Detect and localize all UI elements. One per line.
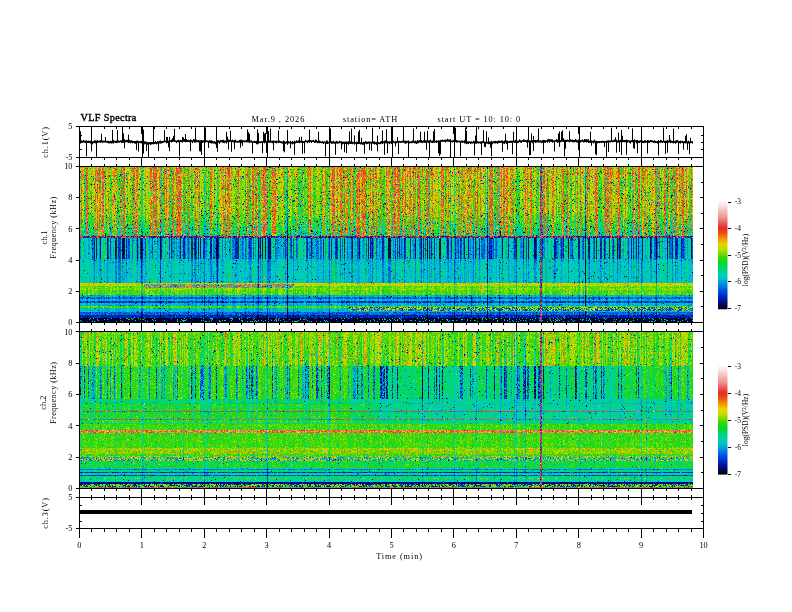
svg-text:4: 4	[68, 256, 73, 265]
svg-text:5: 5	[68, 493, 72, 502]
svg-text:5: 5	[68, 122, 72, 131]
svg-text:start UT = 10: 10: 0: start UT = 10: 10: 0	[438, 115, 522, 124]
svg-text:10: 10	[699, 541, 707, 550]
svg-text:2: 2	[68, 287, 72, 296]
svg-text:-5: -5	[66, 524, 73, 533]
svg-text:ch.1: ch.1	[40, 230, 49, 244]
svg-text:8: 8	[68, 359, 72, 368]
svg-text:9: 9	[639, 541, 643, 550]
svg-text:2: 2	[68, 453, 72, 462]
svg-text:0: 0	[77, 541, 81, 550]
svg-text:10: 10	[64, 328, 72, 337]
svg-text:-7: -7	[735, 304, 741, 313]
svg-text:Time (min): Time (min)	[376, 552, 423, 561]
svg-text:4: 4	[68, 422, 73, 431]
svg-text:-3: -3	[735, 362, 741, 371]
svg-text:log(PSD)(V2/Hz): log(PSD)(V2/Hz)	[741, 393, 750, 446]
svg-text:ch.3(V): ch.3(V)	[41, 497, 50, 529]
svg-text:Frequency (kHz): Frequency (kHz)	[49, 196, 58, 258]
svg-text:6: 6	[68, 225, 72, 234]
svg-text:Mar.9 , 2026: Mar.9 , 2026	[252, 115, 306, 124]
svg-text:VLF Spectra: VLF Spectra	[81, 112, 137, 123]
svg-text:ch.1(V): ch.1(V)	[41, 126, 50, 158]
svg-text:6: 6	[68, 390, 72, 399]
svg-text:0: 0	[68, 318, 72, 327]
svg-text:2: 2	[202, 541, 206, 550]
svg-text:8: 8	[68, 193, 72, 202]
svg-text:Frequency (kHz): Frequency (kHz)	[49, 361, 58, 423]
svg-text:station= ATH: station= ATH	[343, 115, 398, 124]
svg-text:ch.2: ch.2	[40, 396, 49, 410]
svg-text:1: 1	[140, 541, 144, 550]
svg-text:8: 8	[577, 541, 581, 550]
svg-text:log(PSD)(V2/Hz): log(PSD)(V2/Hz)	[741, 233, 750, 286]
svg-text:6: 6	[452, 541, 456, 550]
svg-text:10: 10	[64, 162, 72, 171]
svg-text:7: 7	[514, 541, 518, 550]
svg-text:0: 0	[68, 484, 72, 493]
svg-text:-4: -4	[735, 224, 741, 233]
svg-text:-7: -7	[735, 470, 741, 479]
svg-text:-5: -5	[66, 153, 73, 162]
svg-text:5: 5	[389, 541, 393, 550]
svg-text:3: 3	[265, 541, 269, 550]
svg-text:4: 4	[327, 541, 332, 550]
svg-text:-3: -3	[735, 197, 741, 206]
